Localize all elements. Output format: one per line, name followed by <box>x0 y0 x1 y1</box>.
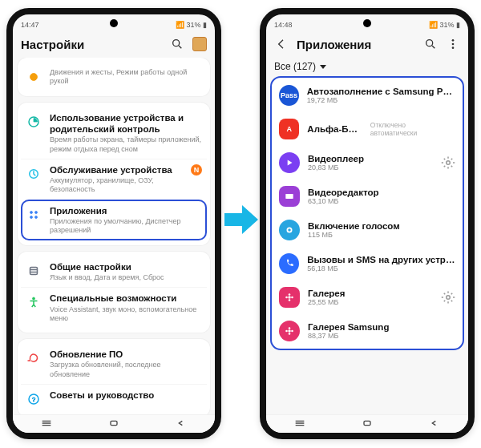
svg-rect-47 <box>364 421 370 425</box>
app-title: Галерея Samsung <box>308 322 455 332</box>
app-subtitle: 63,10 МБ <box>308 197 455 205</box>
app-item-video-editor[interactable]: Видеоредактор63,10 МБ <box>271 180 463 213</box>
app-item-gallery-vr[interactable]: Галерея Samsung88,37 МБ <box>271 314 463 348</box>
back-icon[interactable] <box>274 37 289 51</box>
app-item-alfa-bank[interactable]: AАльфа-БанкОтключено автоматически <box>271 112 463 146</box>
row-subtitle: Voice Assistant, звук моно, вспомогатель… <box>50 305 202 324</box>
apps-icon <box>26 207 42 223</box>
settings-row-tips[interactable]: ?Советы и руководство <box>21 384 207 412</box>
app-list[interactable]: PassАвтозаполнение с Samsung Pas…19,72 М… <box>271 77 463 349</box>
app-title: Автозаполнение с Samsung Pas… <box>307 87 455 96</box>
svg-point-20 <box>426 40 433 46</box>
svg-point-42 <box>285 330 288 333</box>
nav-bar <box>266 414 468 433</box>
row-title: Общие настройки <box>50 261 202 272</box>
nav-bar <box>13 414 215 433</box>
phone-left: 14:47 📶 31% ▮ Настройки Движения и жесты… <box>6 8 221 439</box>
row-subtitle: Движения и жесты, Режим работы одной рук… <box>50 68 202 87</box>
app-icon-video-editor <box>279 186 300 207</box>
search-icon[interactable] <box>170 37 184 51</box>
row-subtitle: Язык и ввод, Дата и время, Сброс <box>50 273 202 282</box>
search-icon[interactable] <box>423 37 438 51</box>
svg-point-5 <box>30 211 33 213</box>
phone-right: 14:48 📶 31% ▮ Приложения В <box>260 8 475 439</box>
app-item-video-player[interactable]: Видеоплеер20,83 МБ <box>271 146 463 180</box>
recents-button[interactable] <box>40 417 53 431</box>
svg-point-33 <box>288 296 291 299</box>
back-button[interactable] <box>175 417 188 431</box>
recents-button[interactable] <box>293 417 306 431</box>
app-title: Вызовы и SMS на других устро… <box>307 255 455 264</box>
app-icon-video-player <box>279 152 300 173</box>
page-title: Настройки <box>21 38 84 51</box>
svg-rect-29 <box>285 194 286 199</box>
notification-badge: N <box>191 164 202 176</box>
status-icons: 📶 31% ▮ <box>176 21 207 29</box>
svg-point-34 <box>289 293 291 296</box>
settings-row-apps[interactable]: ПриложенияПриложения по умолчанию, Диспе… <box>21 200 207 240</box>
back-button[interactable] <box>428 417 441 431</box>
settings-row-digital-wellbeing[interactable]: Движения и жесты, Режим работы одной рук… <box>21 63 207 91</box>
svg-marker-19 <box>224 205 258 234</box>
app-item-voice-wakeup[interactable]: Включение голосом115 МБ <box>271 213 463 247</box>
app-icon-voice-wakeup <box>279 220 300 240</box>
svg-point-36 <box>285 297 288 299</box>
app-subtitle: 115 МБ <box>308 231 455 239</box>
app-title: Видеоплеер <box>308 154 433 163</box>
gear-icon[interactable] <box>441 155 455 170</box>
status-icons: 📶 31% ▮ <box>429 21 460 29</box>
app-item-calls-sms[interactable]: Вызовы и SMS на других устро…56,18 МБ <box>271 247 463 281</box>
settings-row-software-update[interactable]: Обновление ПОЗагрузка обновлений, послед… <box>21 344 207 384</box>
camera-punch <box>110 19 118 27</box>
app-subtitle: 20,83 МБ <box>308 163 433 172</box>
settings-row-general[interactable]: Общие настройкиЯзык и ввод, Дата и время… <box>21 256 207 288</box>
svg-point-12 <box>33 297 35 300</box>
app-icon-calls-sms <box>279 253 299 274</box>
svg-rect-28 <box>286 194 293 199</box>
app-title: Видеоредактор <box>308 188 455 197</box>
row-title: Приложения <box>50 205 202 216</box>
svg-point-22 <box>452 39 455 42</box>
row-title: Использование устройства и родительский … <box>50 112 202 135</box>
row-subtitle: Аккумулятор, хранилище, ОЗУ, безопасност… <box>50 176 183 195</box>
settings-row-device-care[interactable]: Обслуживание устройстваАккумулятор, хран… <box>21 159 207 200</box>
filter-label: Все (127) <box>274 61 316 72</box>
general-icon <box>26 263 42 279</box>
appbar: Настройки <box>13 32 215 58</box>
status-time: 14:47 <box>21 21 39 29</box>
app-item-autofill[interactable]: PassАвтозаполнение с Samsung Pas…19,72 М… <box>271 79 463 112</box>
row-title: Обновление ПО <box>50 349 202 360</box>
home-button[interactable] <box>361 417 374 431</box>
svg-point-37 <box>291 297 293 299</box>
tips-icon: ? <box>26 391 42 407</box>
svg-text:?: ? <box>32 396 35 403</box>
settings-row-accessibility[interactable]: Специальные возможностиVoice Assistant, … <box>21 287 207 328</box>
svg-rect-18 <box>111 421 117 425</box>
svg-point-23 <box>452 43 455 46</box>
settings-list[interactable]: Движения и жесты, Режим работы одной рук… <box>13 58 215 417</box>
gear-icon[interactable] <box>441 290 455 305</box>
accessibility-icon <box>26 294 42 310</box>
svg-rect-9 <box>30 267 38 274</box>
svg-rect-30 <box>293 194 293 199</box>
home-button[interactable] <box>107 417 120 431</box>
svg-marker-25 <box>320 65 326 69</box>
app-item-gallery[interactable]: Галерея25,55 МБ <box>271 281 463 314</box>
app-icon-gallery-vr <box>279 321 300 341</box>
settings-row-device-usage[interactable]: Использование устройства и родительский … <box>21 107 207 159</box>
camera-punch <box>363 19 371 27</box>
account-icon[interactable] <box>192 37 207 51</box>
filter-chip[interactable]: Все (127) <box>266 58 468 77</box>
app-subtitle: 25,55 МБ <box>308 298 433 306</box>
row-title: Специальные возможности <box>50 293 202 304</box>
svg-point-35 <box>289 299 291 301</box>
appbar: Приложения <box>266 32 468 58</box>
svg-point-32 <box>288 228 291 232</box>
usage-icon <box>26 114 42 130</box>
svg-point-7 <box>30 216 33 218</box>
chevron-down-icon <box>319 63 327 71</box>
more-icon[interactable] <box>446 37 460 51</box>
row-title: Советы и руководство <box>50 389 202 401</box>
svg-point-8 <box>35 216 38 218</box>
app-icon-autofill: Pass <box>279 85 299 106</box>
